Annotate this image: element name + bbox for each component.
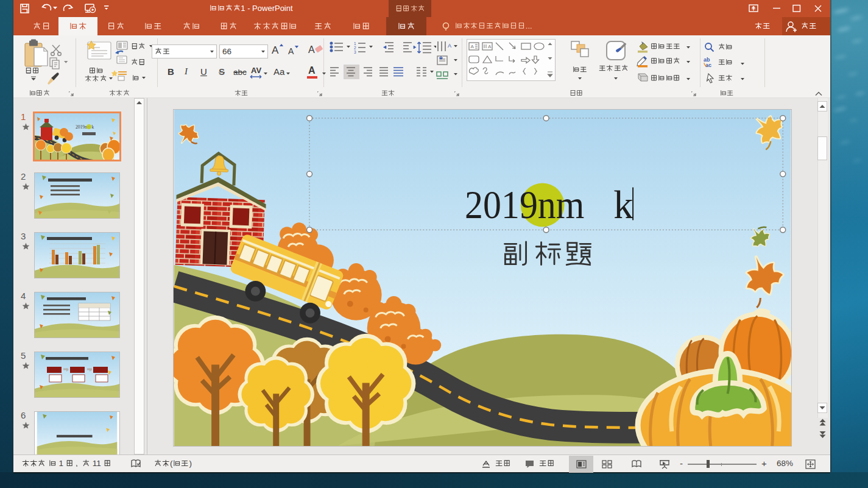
svg-text:A: A	[471, 44, 475, 49]
svg-text:A: A	[488, 44, 492, 49]
svg-text:1: 1	[354, 41, 356, 46]
svg-text:2019nm: 2019nm	[465, 183, 584, 227]
svg-text:3: 3	[354, 50, 356, 54]
svg-text:k: k	[613, 183, 633, 227]
svg-text:2: 2	[354, 46, 356, 50]
svg-text:ac: ac	[705, 62, 711, 68]
svg-text:A: A	[448, 43, 451, 49]
